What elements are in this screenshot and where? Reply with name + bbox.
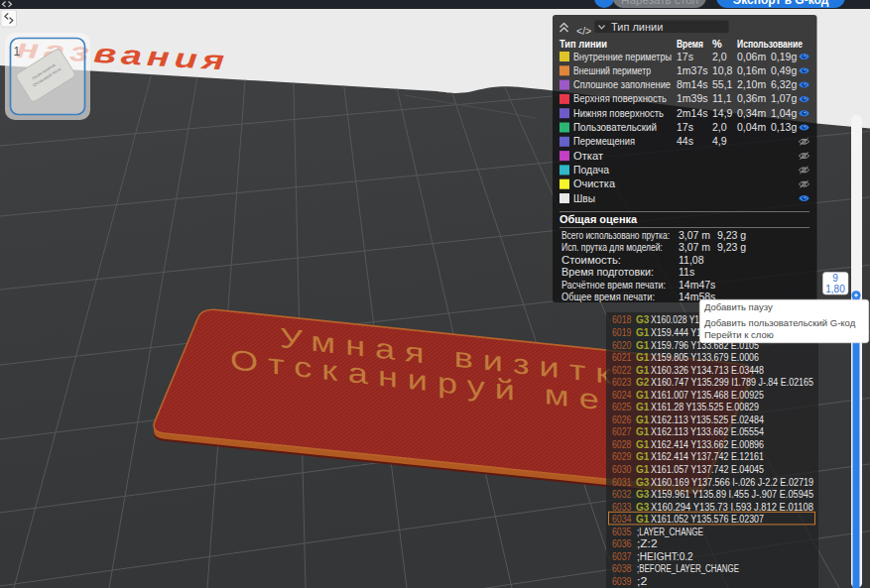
svg-text:Перемещения: Перемещения: [573, 135, 635, 147]
svg-text:Время: Время: [677, 38, 703, 50]
svg-text:X161.28 Y135.525 E.00829: X161.28 Y135.525 E.00829: [651, 402, 759, 412]
svg-text:G1: G1: [636, 426, 650, 437]
svg-text:X161.057 Y137.742 E.04045: X161.057 Y137.742 E.04045: [651, 464, 764, 475]
svg-text:Очистка: Очистка: [573, 177, 615, 189]
svg-text:G3: G3: [636, 314, 650, 325]
svg-text:G1: G1: [636, 340, 650, 351]
svg-text:0,16m: 0,16m: [737, 64, 766, 76]
svg-text:X159.961 Y135.89 I.455 J-.907: X159.961 Y135.89 I.455 J-.907 E.05945: [651, 489, 813, 500]
svg-text:G3: G3: [636, 477, 650, 488]
svg-text:G1: G1: [636, 365, 650, 376]
svg-text:55,1: 55,1: [712, 78, 733, 90]
svg-text:6035: 6035: [612, 527, 632, 537]
svg-text:1: 1: [14, 45, 21, 59]
svg-text:17s: 17s: [677, 121, 693, 133]
svg-text:Внешний периметр: Внешний периметр: [573, 64, 651, 76]
svg-text:0,49g: 0,49g: [771, 64, 797, 76]
svg-text:%: %: [712, 38, 722, 50]
svg-text:Всего использовано прутка:: Всего использовано прутка:: [561, 229, 670, 241]
svg-text:6019: 6019: [612, 327, 632, 338]
svg-text:G1: G1: [636, 402, 650, 412]
svg-text:6032: 6032: [612, 489, 632, 500]
svg-text:2,0: 2,0: [712, 121, 727, 133]
svg-text:14,9: 14,9: [712, 107, 733, 119]
svg-text:6022: 6022: [612, 365, 632, 376]
svg-text:Исп. прутка для моделей:: Исп. прутка для моделей:: [561, 241, 663, 253]
svg-text:X162.414 Y137.742 E.12161: X162.414 Y137.742 E.12161: [651, 451, 764, 462]
svg-text:Пользовательский: Пользовательский: [573, 121, 657, 133]
svg-text:G1: G1: [636, 451, 650, 462]
svg-text:6027: 6027: [612, 426, 632, 437]
svg-text:G1: G1: [636, 352, 650, 363]
svg-text:Сплошное заполнение: Сплошное заполнение: [573, 78, 671, 90]
svg-text:X162.113 Y135.525 E.02484: X162.113 Y135.525 E.02484: [651, 414, 764, 425]
svg-text:0,13g: 0,13g: [771, 121, 797, 133]
svg-text:6021: 6021: [612, 352, 632, 363]
svg-text:X161.007 Y135.468 E.00925: X161.007 Y135.468 E.00925: [651, 390, 764, 401]
svg-text:9: 9: [832, 273, 838, 284]
svg-text:Внутренние периметры: Внутренние периметры: [573, 51, 672, 62]
svg-text:Расчётное время печати:: Расчётное время печати:: [561, 279, 666, 291]
svg-text:;2: ;2: [637, 576, 648, 587]
svg-text:1,07g: 1,07g: [771, 92, 797, 104]
svg-text:</>: </>: [576, 25, 591, 37]
svg-text:Стоимость:: Стоимость:: [561, 254, 621, 266]
svg-text:6030: 6030: [612, 464, 632, 475]
svg-text:44s: 44s: [677, 135, 693, 147]
svg-text:9,23 g: 9,23 g: [717, 229, 746, 241]
svg-text:0,19g: 0,19g: [771, 51, 797, 62]
svg-text:6036: 6036: [612, 538, 632, 549]
svg-text:4,9: 4,9: [712, 135, 727, 147]
svg-text:G1: G1: [636, 414, 650, 425]
svg-text:Экспорт в G-код: Экспорт в G-код: [733, 0, 829, 7]
svg-text:Откат: Откат: [573, 150, 603, 162]
svg-text:X160.294 Y135.73 I.593 J.812 E: X160.294 Y135.73 I.593 J.812 E.01108: [651, 502, 813, 513]
svg-text:6018: 6018: [612, 314, 632, 325]
svg-text:X161.052 Y135.576 E.02307: X161.052 Y135.576 E.02307: [651, 514, 764, 525]
svg-text:6039: 6039: [612, 576, 632, 587]
svg-text:1m39s: 1m39s: [677, 92, 708, 104]
svg-text:6029: 6029: [612, 451, 632, 462]
svg-text:Швы: Швы: [573, 192, 595, 204]
svg-text:6020: 6020: [612, 340, 632, 351]
svg-text:X160.169 Y137.566 I-.026 J-2.2: X160.169 Y137.566 I-.026 J-2.2 E.02719: [651, 477, 813, 488]
svg-text:11,08: 11,08: [679, 254, 704, 266]
svg-text:6031: 6031: [612, 477, 632, 488]
svg-text:G1: G1: [636, 439, 650, 450]
svg-text:G1: G1: [636, 390, 650, 401]
svg-text:9,23 g: 9,23 g: [717, 241, 746, 253]
svg-text:0,04m: 0,04m: [737, 121, 766, 133]
svg-text:11,1: 11,1: [712, 92, 732, 104]
svg-text:6037: 6037: [612, 551, 632, 562]
svg-text:G1: G1: [636, 327, 650, 338]
svg-text:Время подготовки:: Время подготовки:: [561, 266, 654, 278]
svg-text:;BEFORE_LAYER_CHANGE: ;BEFORE_LAYER_CHANGE: [637, 563, 739, 574]
svg-text:6024: 6024: [612, 390, 632, 401]
svg-text:0,36m: 0,36m: [737, 92, 766, 104]
svg-text:6028: 6028: [612, 439, 632, 450]
svg-text:11s: 11s: [679, 266, 694, 278]
svg-text:1m37s: 1m37s: [677, 64, 708, 76]
svg-text:Подача: Подача: [573, 164, 609, 176]
svg-text:Верхняя поверхность: Верхняя поверхность: [573, 92, 667, 104]
svg-text:G1: G1: [636, 514, 650, 525]
svg-text:17s: 17s: [677, 51, 693, 62]
svg-text:6023: 6023: [612, 377, 632, 388]
svg-text:X159.805 Y133.679 E.0006: X159.805 Y133.679 E.0006: [651, 352, 759, 363]
svg-text:0,06m: 0,06m: [737, 51, 766, 62]
svg-text:X160.326 Y134.713 E.03448: X160.326 Y134.713 E.03448: [651, 365, 764, 376]
svg-text:2,0: 2,0: [712, 51, 727, 62]
svg-text:6,32g: 6,32g: [771, 78, 797, 90]
svg-text:Нарезать стол: Нарезать стол: [621, 0, 698, 6]
svg-text:0,34m: 0,34m: [737, 107, 766, 119]
svg-text:Перейти к слою: Перейти к слою: [704, 329, 774, 340]
svg-text:Использование: Использование: [737, 38, 803, 50]
svg-text:X162.414 Y133.662 E.00896: X162.414 Y133.662 E.00896: [651, 439, 764, 450]
svg-text:;LAYER_CHANGE: ;LAYER_CHANGE: [637, 527, 703, 537]
svg-text:G3: G3: [636, 489, 650, 500]
svg-text:Добавить пользовательский G-ко: Добавить пользовательский G-код: [704, 317, 856, 328]
svg-text:G2: G2: [636, 377, 650, 388]
svg-text:Общее время печати:: Общее время печати:: [561, 291, 655, 302]
svg-text:1,80: 1,80: [825, 284, 845, 294]
svg-text:Тип линии: Тип линии: [559, 38, 607, 50]
